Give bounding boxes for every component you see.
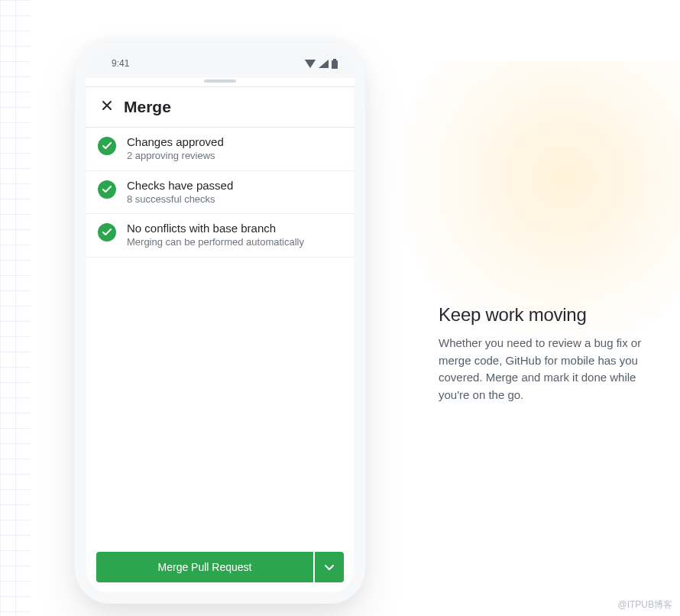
status-item-checks[interactable]: Checks have passed 8 successful checks: [86, 171, 355, 215]
status-time: 9:41: [112, 58, 129, 69]
status-item-subtitle: Merging can be performed automatically: [127, 235, 304, 249]
marketing-body: Whether you need to review a bug fix or …: [439, 335, 645, 404]
status-bar: 9:41: [86, 49, 355, 78]
background-grid: [0, 0, 31, 616]
chevron-down-icon: [325, 560, 334, 574]
status-text: No conflicts with base branch Merging ca…: [127, 222, 304, 249]
status-item-title: Checks have passed: [127, 179, 233, 192]
wifi-icon: [305, 60, 316, 68]
sheet-footer: Merge Pull Request: [86, 541, 355, 593]
check-icon: [98, 223, 116, 242]
close-icon: [101, 99, 113, 115]
marketing-heading: Keep work moving: [439, 304, 645, 326]
check-icon: [98, 180, 116, 199]
status-item-subtitle: 2 approving reviews: [127, 149, 224, 163]
status-item-title: No conflicts with base branch: [127, 222, 304, 235]
battery-icon: [332, 59, 338, 69]
svg-rect-1: [332, 60, 338, 69]
status-icons: [305, 59, 338, 69]
watermark: @ITPUB博客: [617, 598, 672, 611]
check-icon: [98, 137, 116, 155]
status-item-conflicts[interactable]: No conflicts with base branch Merging ca…: [86, 214, 355, 258]
cellular-icon: [319, 60, 329, 68]
merge-options-dropdown[interactable]: [315, 552, 344, 582]
merge-button-label: Merge Pull Request: [158, 561, 252, 573]
marketing-copy: Keep work moving Whether you need to rev…: [439, 304, 645, 404]
svg-rect-0: [333, 59, 336, 60]
merge-pull-request-button[interactable]: Merge Pull Request: [96, 552, 313, 582]
status-item-approved[interactable]: Changes approved 2 approving reviews: [86, 128, 355, 171]
status-text: Checks have passed 8 successful checks: [127, 179, 233, 206]
phone-screen: 9:41 Merge: [86, 49, 355, 593]
status-item-title: Changes approved: [127, 135, 224, 148]
close-button[interactable]: [96, 96, 118, 118]
drag-handle[interactable]: [86, 78, 355, 87]
phone-frame: 9:41 Merge: [75, 38, 365, 604]
sheet-header: Merge: [86, 87, 355, 128]
sheet-title: Merge: [124, 98, 171, 116]
status-text: Changes approved 2 approving reviews: [127, 135, 224, 163]
status-item-subtitle: 8 successful checks: [127, 193, 233, 206]
merge-status-list: Changes approved 2 approving reviews Che…: [86, 128, 355, 541]
